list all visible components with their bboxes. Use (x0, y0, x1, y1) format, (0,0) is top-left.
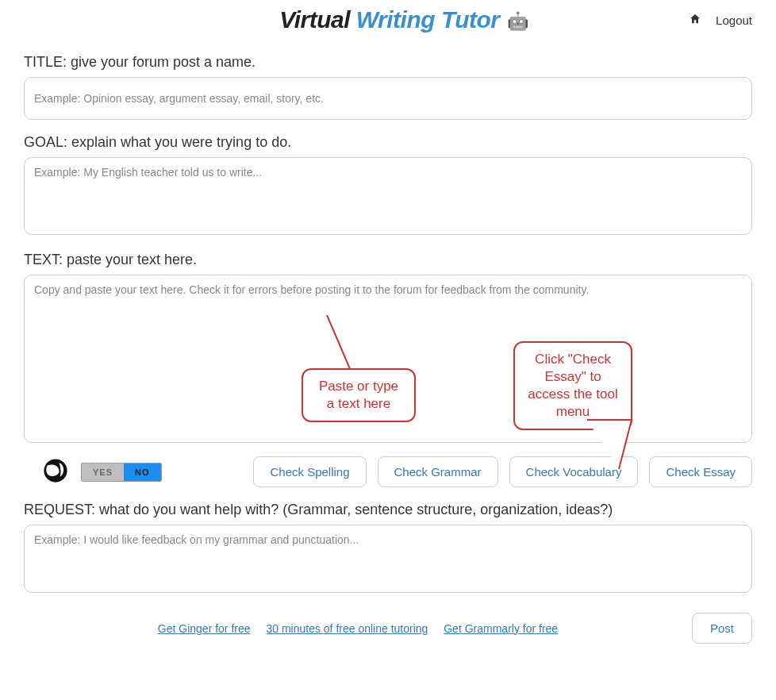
home-icon[interactable] (689, 13, 701, 28)
request-label: REQUEST: what do you want help with? (Gr… (24, 502, 752, 518)
link-grammarly[interactable]: Get Grammarly for free (444, 622, 558, 635)
check-essay-button[interactable]: Check Essay (649, 456, 752, 487)
toolbar: YES NO Check Spelling Check Grammar Chec… (41, 456, 752, 487)
text-label: TEXT: paste your text here. (24, 252, 752, 268)
callout-check-essay: Click "Check Essay" to access the tool m… (513, 341, 632, 430)
logo: Virtual Writing Tutor 🤖 (119, 6, 689, 33)
toggle-yes: YES (82, 463, 124, 481)
header: Virtual Writing Tutor 🤖 Logout (24, 0, 752, 40)
goal-label: GOAL: explain what you were trying to do… (24, 134, 752, 151)
check-vocabulary-button[interactable]: Check Vocabulary (509, 456, 639, 487)
request-input[interactable] (24, 525, 752, 593)
toggle-no: NO (124, 463, 161, 481)
logo-text-right: Writing Tutor (356, 6, 500, 33)
check-grammar-button[interactable]: Check Grammar (378, 456, 498, 487)
logo-text-left: Virtual (279, 6, 350, 33)
link-tutoring[interactable]: 30 minutes of free online tutoring (266, 622, 428, 635)
globe-icon[interactable] (41, 456, 70, 487)
check-spelling-button[interactable]: Check Spelling (253, 456, 366, 487)
post-button[interactable]: Post (692, 613, 752, 644)
robot-icon: 🤖 (507, 11, 528, 32)
header-nav: Logout (689, 13, 752, 28)
yes-no-toggle[interactable]: YES NO (81, 463, 162, 482)
title-label: TITLE: give your forum post a name. (24, 54, 752, 71)
callout-paste-text: Paste or type a text here (302, 368, 416, 422)
footer: Get Ginger for free 30 minutes of free o… (24, 613, 752, 644)
link-ginger[interactable]: Get Ginger for free (158, 622, 251, 635)
logout-link[interactable]: Logout (716, 13, 752, 27)
goal-input[interactable] (24, 157, 752, 235)
footer-links: Get Ginger for free 30 minutes of free o… (24, 622, 692, 635)
title-input[interactable] (24, 77, 752, 120)
